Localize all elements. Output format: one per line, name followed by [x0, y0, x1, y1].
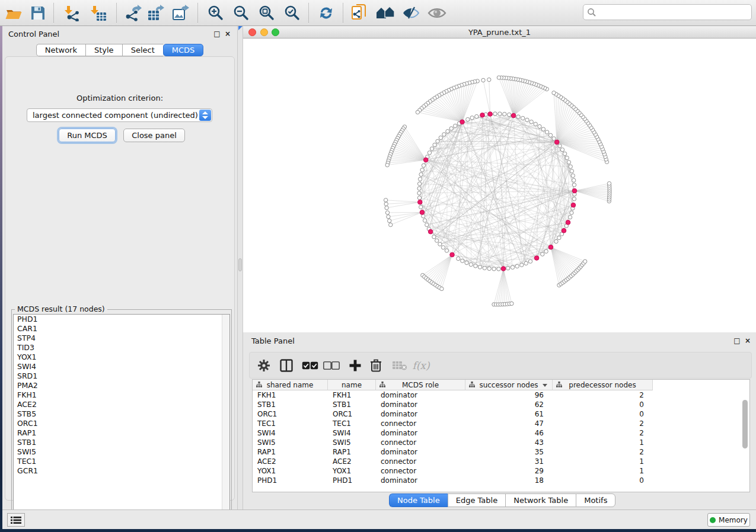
mcds-result-item[interactable]: ACE2: [14, 400, 229, 409]
graph-node[interactable]: [544, 249, 548, 253]
table-cell[interactable]: SWI4: [253, 428, 328, 438]
table-cell[interactable]: TEC1: [253, 419, 328, 428]
graph-node[interactable]: [425, 223, 429, 226]
graph-node[interactable]: [560, 148, 564, 152]
graph-node[interactable]: [435, 239, 439, 242]
graph-node[interactable]: [541, 252, 544, 256]
graph-node[interactable]: [439, 136, 442, 139]
table-cell[interactable]: ORC1: [253, 409, 328, 419]
table-cell[interactable]: 2: [553, 390, 653, 400]
mcds-result-item[interactable]: PMA2: [14, 381, 229, 390]
graph-node[interactable]: [572, 183, 576, 187]
table-row[interactable]: YOX1YOX1connector291: [253, 466, 653, 476]
import-table-icon[interactable]: [88, 2, 109, 24]
graph-mcds-node[interactable]: [423, 158, 428, 162]
graph-mcds-node[interactable]: [460, 120, 465, 124]
graph-node[interactable]: [483, 266, 486, 270]
tab-style[interactable]: Style: [85, 44, 122, 56]
table-cell[interactable]: TEC1: [328, 419, 376, 428]
mcds-result-item[interactable]: STP4: [14, 334, 229, 343]
graph-node[interactable]: [420, 168, 424, 172]
column-header-successor-nodes[interactable]: successor nodes: [465, 380, 553, 390]
graph-node[interactable]: [487, 78, 491, 81]
graph-node[interactable]: [525, 118, 529, 121]
graph-node[interactable]: [557, 236, 561, 239]
table-cell[interactable]: RAP1: [253, 447, 328, 457]
table-cell[interactable]: 96: [465, 390, 553, 400]
graph-node[interactable]: [430, 147, 433, 150]
export-network-icon[interactable]: [122, 2, 143, 24]
mcds-result-item[interactable]: YOX1: [14, 352, 229, 362]
graph-node[interactable]: [417, 182, 421, 185]
graph-node[interactable]: [446, 130, 449, 133]
select-all-rows-icon[interactable]: [300, 356, 320, 375]
zoom-fit-icon[interactable]: [256, 2, 277, 24]
graph-node[interactable]: [548, 133, 552, 137]
graph-node[interactable]: [387, 215, 390, 219]
table-cell[interactable]: dominator: [376, 409, 465, 419]
graph-node[interactable]: [534, 122, 537, 126]
graph-node[interactable]: [475, 114, 479, 118]
graph-node[interactable]: [461, 259, 464, 262]
table-cell[interactable]: STB1: [328, 400, 376, 409]
table-row[interactable]: STB1STB1dominator620: [253, 400, 653, 409]
graph-node[interactable]: [481, 78, 485, 82]
graph-node[interactable]: [422, 164, 425, 167]
table-cell[interactable]: STB1: [253, 400, 328, 409]
table-cell[interactable]: dominator: [376, 476, 465, 485]
float-table-panel-icon[interactable]: □: [732, 336, 742, 345]
table-scrollbar-thumb[interactable]: [742, 400, 748, 448]
mcds-result-item[interactable]: PHD1: [14, 315, 229, 324]
graph-node[interactable]: [389, 223, 393, 226]
table-cell[interactable]: 35: [465, 447, 553, 457]
import-network-icon[interactable]: [62, 2, 83, 24]
mcds-result-item[interactable]: TEC1: [14, 457, 229, 466]
panel-splitter[interactable]: [237, 26, 243, 509]
add-column-icon[interactable]: [345, 356, 365, 375]
show-column-panel-icon[interactable]: [276, 356, 296, 375]
graph-node[interactable]: [572, 197, 576, 201]
table-row[interactable]: ORC1ORC1dominator610: [253, 409, 653, 419]
search-field[interactable]: [583, 4, 752, 20]
save-session-icon[interactable]: [27, 2, 49, 24]
graph-node[interactable]: [498, 112, 502, 116]
mcds-result-item[interactable]: STB5: [14, 409, 229, 419]
graph-node[interactable]: [568, 216, 572, 219]
graph-node[interactable]: [528, 259, 532, 263]
graph-node[interactable]: [470, 116, 474, 120]
tab-select[interactable]: Select: [122, 44, 163, 56]
graph-node[interactable]: [558, 144, 562, 148]
table-cell[interactable]: dominator: [376, 447, 465, 457]
graph-node[interactable]: [384, 202, 388, 206]
search-input[interactable]: [596, 7, 751, 18]
table-cell[interactable]: dominator: [376, 390, 465, 400]
graph-node[interactable]: [385, 206, 388, 210]
graph-node[interactable]: [436, 139, 439, 143]
mcds-list-scrollbar[interactable]: [222, 315, 229, 525]
graph-node[interactable]: [545, 130, 548, 134]
graph-mcds-node[interactable]: [548, 245, 553, 249]
graph-node[interactable]: [465, 261, 468, 264]
tab-mcds[interactable]: MCDS: [163, 44, 204, 56]
graph-node[interactable]: [417, 187, 421, 190]
table-cell[interactable]: SWI5: [253, 438, 328, 447]
graph-mcds-node[interactable]: [420, 210, 425, 215]
table-row[interactable]: SWI5SWI5connector431: [253, 438, 653, 447]
table-cell[interactable]: 1: [553, 457, 653, 466]
table-cell[interactable]: 46: [465, 428, 553, 438]
graph-node[interactable]: [497, 76, 500, 79]
graph-node[interactable]: [492, 267, 496, 271]
graph-node[interactable]: [438, 242, 442, 246]
deselect-all-rows-icon[interactable]: [321, 356, 342, 375]
graph-node[interactable]: [417, 196, 421, 200]
graph-mcds-node[interactable]: [450, 252, 455, 257]
network-graph-canvas[interactable]: [243, 39, 756, 332]
table-cell[interactable]: 47: [465, 419, 553, 428]
graph-node[interactable]: [478, 265, 481, 269]
graph-node[interactable]: [469, 262, 473, 266]
table-cell[interactable]: 2: [553, 428, 653, 438]
zoom-out-icon[interactable]: [231, 2, 252, 24]
graph-node[interactable]: [607, 182, 611, 185]
splitter-collapse-icon[interactable]: [238, 26, 243, 30]
graph-node[interactable]: [552, 91, 556, 95]
